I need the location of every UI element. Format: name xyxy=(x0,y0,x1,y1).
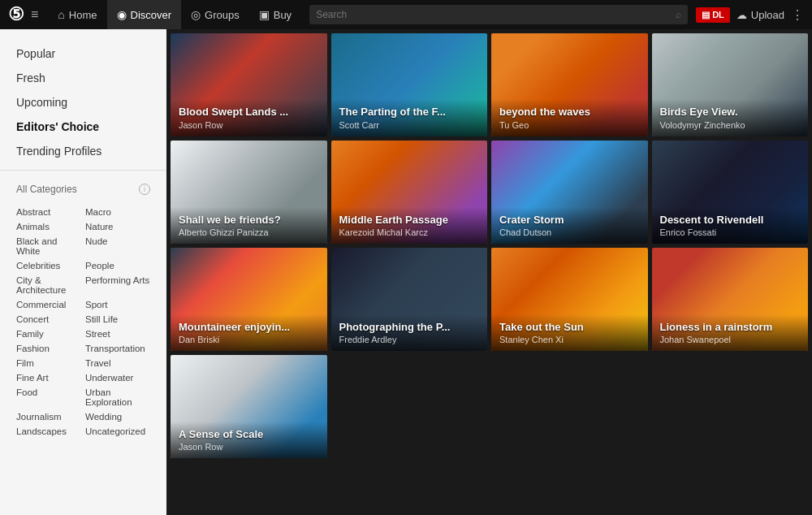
category-sport[interactable]: Sport xyxy=(85,298,150,311)
category-urban[interactable]: Urban Exploration xyxy=(85,386,150,409)
buy-icon: ▣ xyxy=(259,8,270,21)
main-layout: Popular Fresh Upcoming Editors' Choice T… xyxy=(0,29,812,515)
photo-author: Tu Geo xyxy=(499,120,640,130)
photo-title: beyond the waves xyxy=(499,106,640,119)
category-food[interactable]: Food xyxy=(16,386,81,409)
groups-icon: ◎ xyxy=(191,8,201,21)
sidebar-item-editors-choice[interactable]: Editors' Choice xyxy=(0,115,166,139)
category-still-life[interactable]: Still Life xyxy=(85,313,150,326)
photo-card-2[interactable]: beyond the wavesTu Geo xyxy=(491,33,648,136)
photo-author: Stanley Chen Xi xyxy=(499,335,640,344)
sidebar: Popular Fresh Upcoming Editors' Choice T… xyxy=(0,29,166,515)
search-bar[interactable]: ⌕ xyxy=(309,5,688,24)
category-people[interactable]: People xyxy=(85,259,150,272)
upload-button[interactable]: ☁ Upload xyxy=(736,9,784,21)
category-transportation[interactable]: Transportation xyxy=(85,342,150,355)
sidebar-item-fresh[interactable]: Fresh xyxy=(0,66,166,90)
category-landscapes[interactable]: Landscapes xyxy=(16,425,81,438)
sidebar-item-upcoming[interactable]: Upcoming xyxy=(0,90,166,115)
category-family[interactable]: Family xyxy=(16,327,81,340)
categories-title: All Categories xyxy=(16,184,77,195)
category-fashion[interactable]: Fashion xyxy=(16,342,81,355)
photo-card-4[interactable]: Shall we be friends?Alberto Ghizzi Paniz… xyxy=(171,141,327,244)
photo-card-7[interactable]: Descent to RivendellEnrico Fossati xyxy=(652,141,809,244)
photo-title: A Sense of Scale xyxy=(179,428,319,441)
photo-title: Photographing the P... xyxy=(339,321,480,334)
photo-card-11[interactable]: Lioness in a rainstormJohan Swanepoel xyxy=(652,248,809,351)
photo-title: Take out the Sun xyxy=(499,321,640,334)
sidebar-item-popular[interactable]: Popular xyxy=(0,41,166,66)
category-animals[interactable]: Animals xyxy=(16,220,81,233)
photo-card-0[interactable]: Blood Swept Lands ...Jason Row xyxy=(171,33,327,136)
category-bw[interactable]: Black and White xyxy=(16,235,81,258)
photo-author: Enrico Fossati xyxy=(660,227,801,237)
photo-title: The Parting of the F... xyxy=(339,106,480,119)
photo-author: Chad Dutson xyxy=(499,227,640,237)
photo-author: Alberto Ghizzi Panizza xyxy=(179,227,319,237)
photo-title: Shall we be friends? xyxy=(179,214,319,227)
photo-author: Scott Carr xyxy=(339,120,480,130)
categories-header: All Categories i xyxy=(0,177,166,201)
category-fine-art[interactable]: Fine Art xyxy=(16,371,81,384)
photo-card-8[interactable]: Mountaineer enjoyin...Dan Briski xyxy=(171,248,327,351)
more-options-icon[interactable]: ⋮ xyxy=(791,7,804,23)
dl-button[interactable]: ▤ DL xyxy=(696,7,730,23)
photo-card-5[interactable]: Middle Earth PassageKarezoid Michal Karc… xyxy=(331,141,488,244)
home-icon: ⌂ xyxy=(58,8,64,21)
photo-card-1[interactable]: The Parting of the F...Scott Carr xyxy=(331,33,488,136)
logo[interactable]: ⑤ xyxy=(8,4,24,25)
photo-title: Blood Swept Lands ... xyxy=(179,106,319,119)
categories-grid: Abstract Macro Animals Nature Black and … xyxy=(0,201,166,442)
sidebar-item-trending-profiles[interactable]: Trending Profiles xyxy=(0,139,166,163)
hamburger-icon[interactable]: ≡ xyxy=(31,7,38,22)
upload-icon: ☁ xyxy=(736,9,747,21)
photo-author: Dan Briski xyxy=(179,335,319,344)
photo-card-12[interactable]: A Sense of ScaleJason Row xyxy=(171,355,327,458)
nav-home[interactable]: ⌂ Home xyxy=(48,0,106,29)
photo-title: Crater Storm xyxy=(499,214,640,227)
category-nature[interactable]: Nature xyxy=(85,220,150,233)
photo-author: Johan Swanepoel xyxy=(660,335,801,344)
photo-author: Karezoid Michal Karcz xyxy=(339,227,480,237)
nav-buy[interactable]: ▣ Buy xyxy=(249,0,301,29)
nav-groups[interactable]: ◎ Groups xyxy=(181,0,249,29)
category-nude[interactable]: Nude xyxy=(85,235,150,258)
category-journalism[interactable]: Journalism xyxy=(16,410,81,423)
discover-icon: ◉ xyxy=(117,8,127,21)
category-concert[interactable]: Concert xyxy=(16,313,81,326)
photo-author: Jason Row xyxy=(179,442,319,452)
category-street[interactable]: Street xyxy=(85,327,150,340)
photo-title: Middle Earth Passage xyxy=(339,214,480,227)
photo-content: Blood Swept Lands ...Jason RowThe Partin… xyxy=(166,29,812,515)
category-commercial[interactable]: Commercial xyxy=(16,298,81,311)
dl-icon: ▤ xyxy=(702,10,710,20)
photo-card-9[interactable]: Photographing the P...Freddie Ardley xyxy=(331,248,488,351)
top-navigation: ⑤ ≡ ⌂ Home ◉ Discover ◎ Groups ▣ Buy ⌕ ▤… xyxy=(0,0,812,29)
category-performing-arts[interactable]: Performing Arts xyxy=(85,274,150,296)
search-input[interactable] xyxy=(316,9,676,20)
photo-card-3[interactable]: Birds Eye View.Volodymyr Zinchenko xyxy=(652,33,809,136)
photo-card-6[interactable]: Crater StormChad Dutson xyxy=(491,141,648,244)
search-icon: ⌕ xyxy=(676,9,681,20)
photo-author: Volodymyr Zinchenko xyxy=(660,120,801,130)
category-celebrities[interactable]: Celebrities xyxy=(16,259,81,272)
photo-author: Freddie Ardley xyxy=(339,335,480,344)
sidebar-divider xyxy=(0,170,166,171)
photo-card-10[interactable]: Take out the SunStanley Chen Xi xyxy=(491,248,648,351)
category-uncategorized[interactable]: Uncategorized xyxy=(85,425,150,438)
nav-right-actions: ▤ DL ☁ Upload ⋮ xyxy=(696,7,804,23)
category-abstract[interactable]: Abstract xyxy=(16,206,81,219)
category-macro[interactable]: Macro xyxy=(85,206,150,219)
category-city[interactable]: City & Architecture xyxy=(16,274,81,296)
photo-title: Descent to Rivendell xyxy=(660,214,801,227)
nav-discover[interactable]: ◉ Discover xyxy=(107,0,182,29)
photo-grid: Blood Swept Lands ...Jason RowThe Partin… xyxy=(171,33,808,458)
category-wedding[interactable]: Wedding xyxy=(85,410,150,423)
category-film[interactable]: Film xyxy=(16,357,81,370)
photo-author: Jason Row xyxy=(179,120,319,130)
photo-title: Birds Eye View. xyxy=(660,106,801,119)
category-travel[interactable]: Travel xyxy=(85,357,150,370)
category-underwater[interactable]: Underwater xyxy=(85,371,150,384)
categories-info-icon[interactable]: i xyxy=(139,184,150,195)
photo-title: Mountaineer enjoyin... xyxy=(179,321,319,334)
